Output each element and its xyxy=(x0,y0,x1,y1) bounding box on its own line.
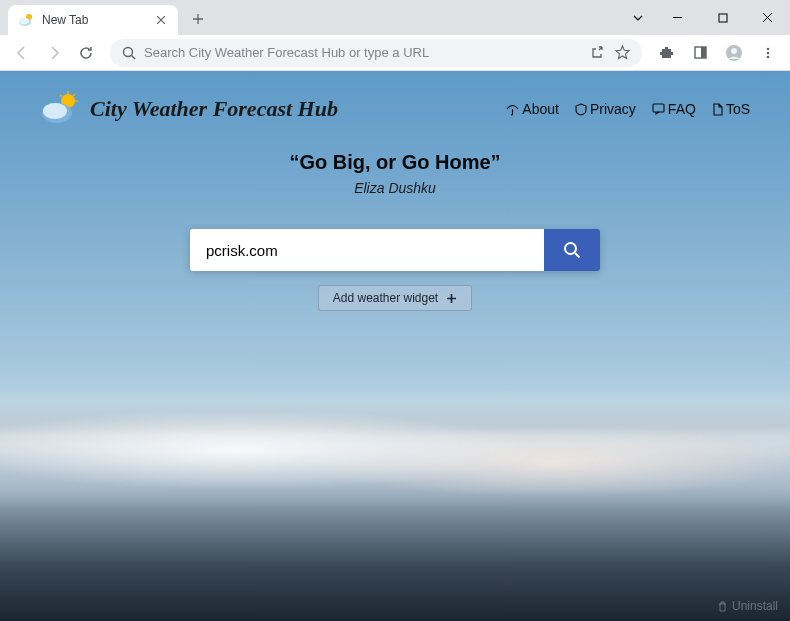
trash-icon xyxy=(717,601,728,612)
svg-point-9 xyxy=(767,47,770,50)
side-panel-button[interactable] xyxy=(686,39,714,67)
nav-links: About Privacy FAQ ToS xyxy=(506,101,750,117)
chat-icon xyxy=(652,103,665,115)
search-area: Add weather widget xyxy=(190,229,600,311)
quote-author: Eliza Dushku xyxy=(0,180,790,196)
new-tab-button[interactable] xyxy=(184,5,212,33)
browser-tab[interactable]: New Tab xyxy=(8,5,178,35)
tab-title: New Tab xyxy=(42,13,154,27)
tab-dropdown-button[interactable] xyxy=(621,3,655,33)
page-content: City Weather Forecast Hub About Privacy … xyxy=(0,71,790,621)
umbrella-icon xyxy=(506,103,519,116)
bookmark-star-icon[interactable] xyxy=(615,45,630,60)
svg-rect-15 xyxy=(653,104,664,112)
add-weather-widget-button[interactable]: Add weather widget xyxy=(318,285,472,311)
logo-weather-icon xyxy=(40,91,80,127)
nav-privacy-label: Privacy xyxy=(590,101,636,117)
quote-block: “Go Big, or Go Home” Eliza Dushku xyxy=(0,151,790,196)
share-icon[interactable] xyxy=(590,45,605,60)
background-clouds xyxy=(0,390,790,510)
plus-icon xyxy=(446,293,457,304)
search-icon xyxy=(122,46,136,60)
browser-toolbar: Search City Weather Forecast Hub or type… xyxy=(0,35,790,71)
uninstall-link[interactable]: Uninstall xyxy=(717,599,778,613)
search-box xyxy=(190,229,600,271)
uninstall-label: Uninstall xyxy=(732,599,778,613)
nav-about[interactable]: About xyxy=(506,101,559,117)
widget-button-label: Add weather widget xyxy=(333,291,438,305)
svg-point-4 xyxy=(124,47,133,56)
svg-point-14 xyxy=(43,103,67,119)
tab-favicon-weather-icon xyxy=(18,12,34,28)
svg-point-2 xyxy=(19,18,29,25)
svg-point-16 xyxy=(565,243,576,254)
tab-close-button[interactable] xyxy=(154,13,168,27)
nav-about-label: About xyxy=(522,101,559,117)
forward-button[interactable] xyxy=(40,39,68,67)
maximize-button[interactable] xyxy=(700,3,745,33)
menu-button[interactable] xyxy=(754,39,782,67)
omnibox-placeholder: Search City Weather Forecast Hub or type… xyxy=(144,45,590,60)
reload-button[interactable] xyxy=(72,39,100,67)
close-window-button[interactable] xyxy=(745,3,790,33)
nav-privacy[interactable]: Privacy xyxy=(575,101,636,117)
nav-tos[interactable]: ToS xyxy=(712,101,750,117)
extensions-button[interactable] xyxy=(652,39,680,67)
window-controls xyxy=(621,0,790,35)
browser-titlebar: New Tab xyxy=(0,0,790,35)
nav-tos-label: ToS xyxy=(726,101,750,117)
svg-point-8 xyxy=(731,48,737,54)
minimize-button[interactable] xyxy=(655,3,700,33)
search-input[interactable] xyxy=(190,229,544,271)
svg-rect-6 xyxy=(701,47,706,58)
nav-faq-label: FAQ xyxy=(668,101,696,117)
document-icon xyxy=(712,103,723,116)
logo-area: City Weather Forecast Hub xyxy=(40,91,338,127)
back-button[interactable] xyxy=(8,39,36,67)
svg-point-11 xyxy=(767,55,770,58)
profile-button[interactable] xyxy=(720,39,748,67)
nav-faq[interactable]: FAQ xyxy=(652,101,696,117)
site-header: City Weather Forecast Hub About Privacy … xyxy=(40,91,750,127)
search-button[interactable] xyxy=(544,229,600,271)
search-icon xyxy=(562,240,582,260)
shield-icon xyxy=(575,103,587,116)
omnibox[interactable]: Search City Weather Forecast Hub or type… xyxy=(110,39,642,67)
svg-point-10 xyxy=(767,51,770,54)
site-title: City Weather Forecast Hub xyxy=(90,96,338,122)
svg-rect-3 xyxy=(719,14,727,22)
quote-text: “Go Big, or Go Home” xyxy=(0,151,790,174)
